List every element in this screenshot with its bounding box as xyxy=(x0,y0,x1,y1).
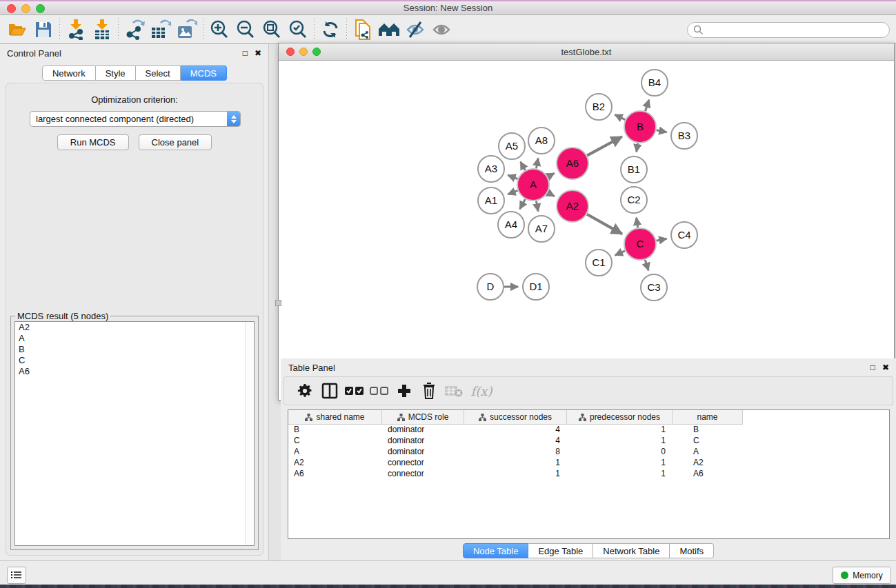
column-header-predecessor-nodes[interactable]: predecessor nodes xyxy=(567,410,673,425)
edge-C-C1[interactable] xyxy=(615,251,625,255)
close-view-button[interactable] xyxy=(286,48,295,56)
cell-MCDS-role[interactable]: dominator xyxy=(382,447,464,458)
tab-style[interactable]: Style xyxy=(96,65,136,81)
zoom-view-button[interactable] xyxy=(312,48,321,56)
edge-A-A1[interactable] xyxy=(508,190,517,194)
cell-predecessor-nodes[interactable]: 1 xyxy=(567,469,673,480)
table-row[interactable]: Bdominator41B xyxy=(288,425,889,436)
tab-motifs[interactable]: Motifs xyxy=(670,543,714,558)
cell-MCDS-role[interactable]: dominator xyxy=(382,425,464,436)
edge-B-B3[interactable] xyxy=(657,130,667,132)
tab-select[interactable]: Select xyxy=(136,65,181,81)
table-row[interactable]: A6connector11A6 xyxy=(288,469,889,480)
first-neighbors-icon[interactable] xyxy=(376,18,402,41)
edge-A2-C[interactable] xyxy=(587,214,622,234)
select-all-columns-icon[interactable] xyxy=(342,378,367,403)
import-network-icon[interactable] xyxy=(63,18,89,41)
export-network-icon[interactable] xyxy=(121,18,148,41)
zoom-in-icon[interactable] xyxy=(206,18,232,41)
edge-A-A4[interactable] xyxy=(520,199,526,209)
edge-A-A7[interactable] xyxy=(536,201,538,212)
run-mcds-button[interactable]: Run MCDS xyxy=(57,134,129,150)
cell-shared-name[interactable]: A2 xyxy=(288,458,382,469)
result-list-item[interactable]: A6 xyxy=(15,366,254,377)
minimize-window-button[interactable] xyxy=(21,4,30,13)
cell-name[interactable]: A6 xyxy=(673,469,743,480)
zoom-out-icon[interactable] xyxy=(232,18,259,41)
cell-MCDS-role[interactable]: connector xyxy=(382,469,464,480)
table-row[interactable]: A2connector11A2 xyxy=(288,458,889,469)
float-table-panel-icon[interactable]: □ xyxy=(870,363,875,372)
cell-successor-nodes[interactable]: 1 xyxy=(464,469,567,480)
open-file-icon[interactable] xyxy=(4,18,30,41)
cell-predecessor-nodes[interactable]: 0 xyxy=(567,447,673,458)
edge-C-C2[interactable] xyxy=(637,218,638,227)
close-window-button[interactable] xyxy=(7,4,16,13)
result-list-item[interactable]: C xyxy=(15,355,254,366)
edge-B-B2[interactable] xyxy=(615,114,625,119)
mcds-result-list[interactable]: A2ABCA6 xyxy=(14,321,255,546)
result-list-item[interactable]: B xyxy=(15,344,254,355)
cell-successor-nodes[interactable]: 4 xyxy=(464,425,567,436)
vertical-scroll-thumb[interactable] xyxy=(275,300,281,306)
cell-predecessor-nodes[interactable]: 1 xyxy=(567,436,673,447)
new-network-from-selection-icon[interactable] xyxy=(350,18,376,41)
optimization-criterion-select[interactable]: largest connected component (directed) xyxy=(30,111,241,127)
table-settings-gear-icon[interactable] xyxy=(292,378,317,403)
edge-A-A2[interactable] xyxy=(548,192,555,196)
delete-column-trash-icon[interactable] xyxy=(417,378,441,403)
unselect-all-columns-icon[interactable] xyxy=(367,378,392,403)
column-header-name[interactable]: name xyxy=(673,410,743,425)
edge-B-B4[interactable] xyxy=(645,100,648,111)
edge-C-C4[interactable] xyxy=(657,239,667,241)
result-list-scrollbar[interactable] xyxy=(245,322,254,545)
show-all-icon[interactable] xyxy=(428,18,455,41)
zoom-fit-icon[interactable] xyxy=(259,18,285,41)
cell-name[interactable]: C xyxy=(673,436,743,447)
tab-mcds[interactable]: MCDS xyxy=(181,65,227,81)
export-table-icon[interactable] xyxy=(148,18,174,41)
cell-successor-nodes[interactable]: 8 xyxy=(464,447,567,458)
hide-selected-icon[interactable] xyxy=(402,18,428,41)
cell-shared-name[interactable]: B xyxy=(288,425,382,436)
network-graph[interactable]: B4B2BB3A8A5A6A3B1AA1C2A2A4A7C4CC1C3DD1 xyxy=(279,61,894,400)
zoom-selected-icon[interactable] xyxy=(285,18,311,41)
network-window-titlebar[interactable]: testGlobe.txt xyxy=(279,43,894,61)
cell-successor-nodes[interactable]: 4 xyxy=(464,436,567,447)
result-list-item[interactable]: A2 xyxy=(15,322,254,333)
zoom-window-button[interactable] xyxy=(36,4,45,13)
edge-A-A3[interactable] xyxy=(508,175,517,179)
table-row[interactable]: Cdominator41C xyxy=(288,436,889,447)
table-row[interactable]: Adominator80A xyxy=(288,447,889,458)
float-panel-icon[interactable]: □ xyxy=(243,49,248,57)
close-table-panel-icon[interactable]: ✖ xyxy=(882,363,889,372)
search-input[interactable] xyxy=(687,22,890,38)
cell-shared-name[interactable]: C xyxy=(288,436,382,447)
cell-successor-nodes[interactable]: 1 xyxy=(464,458,567,469)
cell-name[interactable]: B xyxy=(673,425,743,436)
cell-shared-name[interactable]: A xyxy=(288,447,382,458)
result-list-item[interactable]: A xyxy=(15,333,254,344)
edge-A-A8[interactable] xyxy=(536,159,538,169)
cell-predecessor-nodes[interactable]: 1 xyxy=(567,458,673,469)
cell-MCDS-role[interactable]: connector xyxy=(382,458,464,469)
edge-A6-B[interactable] xyxy=(587,136,622,155)
edge-A-A6[interactable] xyxy=(548,173,555,176)
column-header-shared-name[interactable]: shared name xyxy=(288,410,382,425)
tab-edge-table[interactable]: Edge Table xyxy=(528,543,593,558)
delete-table-icon[interactable] xyxy=(441,378,466,403)
tab-network[interactable]: Network xyxy=(42,65,96,81)
edge-A-A5[interactable] xyxy=(521,162,526,170)
cell-name[interactable]: A xyxy=(673,447,743,458)
save-session-icon[interactable] xyxy=(30,18,57,41)
cell-predecessor-nodes[interactable]: 1 xyxy=(567,425,673,436)
export-image-icon[interactable] xyxy=(174,18,200,41)
function-builder-icon[interactable]: f(x) xyxy=(466,378,497,403)
cell-MCDS-role[interactable]: dominator xyxy=(382,436,464,447)
create-column-plus-icon[interactable] xyxy=(392,378,417,403)
import-table-icon[interactable] xyxy=(89,18,115,41)
tab-network-table[interactable]: Network Table xyxy=(593,543,670,558)
minimize-view-button[interactable] xyxy=(299,48,308,56)
edge-C-C3[interactable] xyxy=(645,260,648,270)
network-canvas[interactable]: B4B2BB3A8A5A6A3B1AA1C2A2A4A7C4CC1C3DD1 xyxy=(279,61,894,400)
